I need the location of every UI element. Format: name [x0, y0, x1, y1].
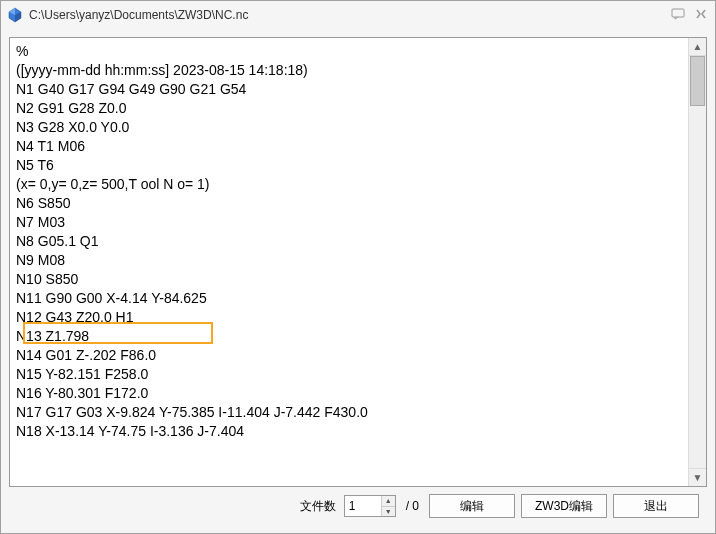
code-line: N7 M03 — [16, 213, 682, 232]
code-line: N8 G05.1 Q1 — [16, 232, 682, 251]
file-total-label: / 0 — [406, 499, 419, 513]
close-icon[interactable] — [695, 8, 707, 22]
code-line: % — [16, 42, 682, 61]
scroll-up-arrow[interactable]: ▲ — [689, 38, 706, 56]
vertical-scrollbar[interactable]: ▲ ▼ — [688, 38, 706, 486]
scroll-down-arrow[interactable]: ▼ — [689, 468, 706, 486]
footer-bar: 文件数 ▲ ▼ / 0 编辑 ZW3D编辑 退出 — [9, 493, 707, 525]
svg-rect-0 — [672, 9, 684, 17]
nc-code-viewer: %([yyyy-mm-dd hh:mm:ss] 2023-08-15 14:18… — [9, 37, 707, 487]
edit-button[interactable]: 编辑 — [429, 494, 515, 518]
code-line: (x= 0,y= 0,z= 500,T ool N o= 1) — [16, 175, 682, 194]
code-line: N17 G17 G03 X-9.824 Y-75.385 I-11.404 J-… — [16, 403, 682, 422]
feedback-icon[interactable] — [671, 8, 685, 22]
code-line: N13 Z1.798 — [16, 327, 682, 346]
nc-code-text[interactable]: %([yyyy-mm-dd hh:mm:ss] 2023-08-15 14:18… — [10, 38, 688, 486]
code-line: N15 Y-82.151 F258.0 — [16, 365, 682, 384]
content-area: %([yyyy-mm-dd hh:mm:ss] 2023-08-15 14:18… — [1, 29, 715, 533]
zw3d-edit-button[interactable]: ZW3D编辑 — [521, 494, 607, 518]
spinner-up[interactable]: ▲ — [382, 496, 395, 507]
window-title: C:\Users\yanyz\Documents\ZW3D\NC.nc — [29, 8, 671, 22]
code-line: N16 Y-80.301 F172.0 — [16, 384, 682, 403]
code-line: N5 T6 — [16, 156, 682, 175]
code-line: N6 S850 — [16, 194, 682, 213]
app-icon — [7, 7, 23, 23]
code-line: N3 G28 X0.0 Y0.0 — [16, 118, 682, 137]
code-line: N4 T1 M06 — [16, 137, 682, 156]
app-window: C:\Users\yanyz\Documents\ZW3D\NC.nc %([y… — [0, 0, 716, 534]
scroll-thumb[interactable] — [690, 56, 705, 106]
titlebar: C:\Users\yanyz\Documents\ZW3D\NC.nc — [1, 1, 715, 29]
code-line: N2 G91 G28 Z0.0 — [16, 99, 682, 118]
window-controls — [671, 8, 709, 22]
spinner-down[interactable]: ▼ — [382, 507, 395, 517]
code-line: N12 G43 Z20.0 H1 — [16, 308, 682, 327]
file-count-label: 文件数 — [300, 498, 336, 515]
code-line: N9 M08 — [16, 251, 682, 270]
file-count-spinner[interactable]: ▲ ▼ — [344, 495, 396, 517]
code-line: N10 S850 — [16, 270, 682, 289]
code-line: N1 G40 G17 G94 G49 G90 G21 G54 — [16, 80, 682, 99]
code-line: N18 X-13.14 Y-74.75 I-3.136 J-7.404 — [16, 422, 682, 441]
code-line: N14 G01 Z-.202 F86.0 — [16, 346, 682, 365]
code-line: ([yyyy-mm-dd hh:mm:ss] 2023-08-15 14:18:… — [16, 61, 682, 80]
exit-button[interactable]: 退出 — [613, 494, 699, 518]
file-count-input[interactable] — [345, 496, 381, 516]
code-line: N11 G90 G00 X-4.14 Y-84.625 — [16, 289, 682, 308]
